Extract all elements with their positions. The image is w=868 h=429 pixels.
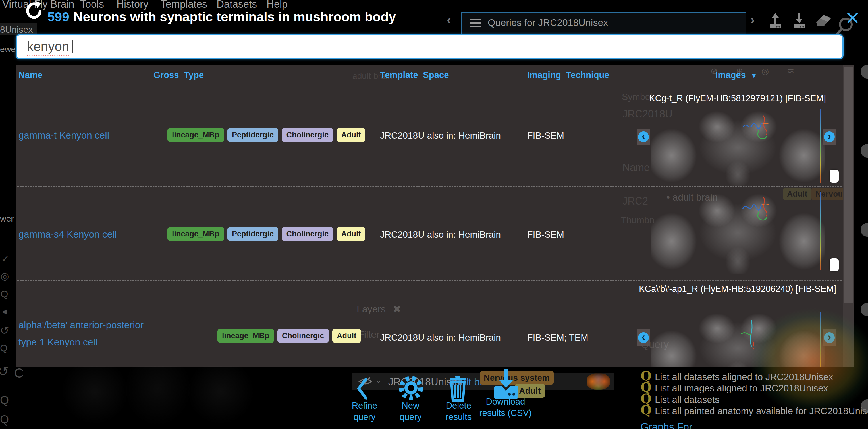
ghost-layers-panel: Layers ✖ — [357, 303, 401, 315]
query-list-item[interactable]: List all datasets aligned to JRC2018Unis… — [655, 372, 833, 382]
menu-help[interactable]: Help — [267, 0, 288, 10]
search-value: kenyon — [27, 39, 69, 56]
edge-panel-button[interactable] — [861, 65, 868, 79]
query-list-item[interactable]: List all datasets — [655, 394, 719, 405]
carousel-next-button[interactable]: › — [823, 128, 836, 145]
tag-lineage: lineage_MBp — [217, 329, 274, 343]
query-icon: Q — [0, 343, 7, 353]
ghost-template-fragment: JRC2 — [622, 195, 648, 207]
tag-peptidergic: Peptidergic — [227, 128, 278, 142]
download-icon[interactable] — [791, 12, 807, 31]
query-selector[interactable]: Queries for JRC2018Unisex — [461, 12, 746, 34]
next-query-icon[interactable]: › — [750, 12, 754, 27]
ghost-name-label: Name — [622, 162, 650, 174]
brain-thumbnail[interactable] — [651, 188, 825, 274]
carousel-prev-button[interactable]: ‹ — [637, 330, 650, 346]
image-caption: KCg-t_R (FlyEM-HB:5812979121) [FIB-SEM] — [638, 91, 837, 106]
tag-group: lineage_MBp Peptidergic Cholinergic Adul… — [167, 227, 368, 241]
background-tab-label: 8Unisex — [0, 25, 33, 35]
template-space-cell: JRC2018U also in: HemiBrain — [380, 130, 501, 141]
query-icon: Q — [1, 288, 8, 299]
delete-results-button[interactable]: Delete results — [437, 400, 480, 423]
result-link[interactable]: gamma-t Kenyon cell — [19, 130, 109, 141]
carousel-next-button[interactable]: › — [823, 330, 836, 346]
result-count: 599 — [48, 9, 69, 24]
tag-cholinergic: Cholinergic — [282, 128, 333, 142]
query-list-item[interactable]: List all painted anatomy available for J… — [655, 406, 868, 417]
upload-icon[interactable] — [767, 12, 783, 31]
close-icon[interactable]: ✕ — [845, 7, 860, 29]
brain-thumbnail[interactable] — [651, 308, 825, 367]
ghost-layers-label: Layers — [357, 304, 386, 314]
download-results-button[interactable]: Download results (CSV) — [479, 396, 532, 419]
tag-adult: Adult — [337, 227, 365, 241]
query-icon: Q — [0, 394, 9, 406]
carousel-prev-icon: ‹ — [638, 332, 649, 343]
tag-lineage: lineage_MBp — [167, 128, 224, 142]
search-input[interactable]: kenyon — [16, 34, 843, 59]
menu-templates[interactable]: Templates — [161, 0, 207, 10]
color-scale — [820, 192, 820, 270]
vfb-logo-icon[interactable] — [25, 1, 41, 22]
chevron-down-icon: ⌄ — [375, 374, 382, 385]
tag-adult: Adult — [332, 329, 361, 343]
query-icon: Q — [641, 403, 651, 417]
tag-adult: Adult — [337, 128, 365, 142]
row-separator — [17, 186, 842, 187]
menu-tools[interactable]: Tools — [80, 0, 104, 10]
prev-query-icon[interactable]: ‹ — [447, 12, 451, 27]
background-tag-adult: Adult — [515, 384, 545, 398]
column-header-gross-type[interactable]: Gross_Type — [153, 70, 204, 80]
edge-panel-button[interactable] — [861, 223, 868, 237]
neuron-trace — [735, 319, 771, 362]
new-query-button[interactable]: New query — [390, 400, 431, 423]
background-brain-image — [45, 366, 270, 429]
brain-thumbnail[interactable] — [651, 106, 825, 186]
ghost-thumbnail-label: Thumbn — [621, 215, 654, 226]
tag-cholinergic: Cholinergic — [282, 227, 333, 241]
background-mini-brain — [587, 373, 610, 390]
hamburger-icon[interactable] — [470, 19, 482, 27]
result-link[interactable]: gamma-s4 Kenyon cell — [19, 229, 117, 240]
query-icon: Q — [0, 413, 9, 426]
refine-query-button[interactable]: Refine query — [344, 400, 385, 423]
image-checkbox[interactable] — [830, 258, 839, 271]
refine-query-icon[interactable] — [356, 377, 370, 401]
carousel-next-icon: › — [824, 332, 835, 343]
imaging-technique-cell: FIB-SEM; TEM — [527, 332, 588, 343]
tag-group: lineage_MBp Cholinergic Adult — [217, 329, 363, 343]
menu-datasets[interactable]: Datasets — [217, 0, 257, 10]
close-icon: ✖ — [393, 304, 401, 314]
carousel-prev-icon: ‹ — [638, 132, 649, 142]
menu-history[interactable]: History — [117, 0, 148, 10]
back-icon: ◄ — [0, 307, 8, 316]
tag-cholinergic: Cholinergic — [277, 329, 329, 343]
edge-panel-button[interactable] — [861, 303, 868, 316]
column-header-name[interactable]: Name — [19, 70, 42, 80]
row-separator — [17, 280, 842, 281]
color-scale — [820, 312, 820, 367]
carousel-prev-button[interactable]: ‹ — [637, 128, 650, 145]
background-viewer-label-2: wer — [0, 214, 13, 224]
eraser-icon[interactable] — [816, 13, 832, 28]
text-caret — [72, 40, 73, 54]
results-scrollbar-thumb[interactable] — [844, 67, 852, 303]
column-header-template-space[interactable]: Template_Space — [380, 70, 449, 80]
imaging-technique-cell: FIB-SEM — [527, 229, 564, 240]
sort-desc-icon[interactable]: ▼ — [750, 72, 757, 79]
trash-icon[interactable] — [448, 375, 467, 403]
template-space-cell: JRC2018U also in: HemiBrain — [380, 229, 501, 240]
template-space-cell: JRC2018U also in: HemiBrain — [380, 332, 501, 343]
query-list-item[interactable]: List all images aligned to JRC2018Unisex — [655, 383, 828, 394]
result-link[interactable]: alpha'/beta' anterior-posterior type 1 K… — [19, 316, 152, 350]
image-caption: KCa\'b\'-ap1_R (FlyEM-HB:519206240) [FIB… — [638, 282, 837, 296]
results-table: adult brain ⊘ ⊕ ◎ ≋ Name Gross_Type Temp… — [16, 65, 854, 367]
image-checkbox[interactable] — [830, 170, 839, 183]
column-header-images[interactable]: Images ▼ — [715, 70, 757, 80]
column-header-imaging-technique[interactable]: Imaging_Technique — [527, 70, 609, 80]
imaging-technique-cell: FIB-SEM — [527, 130, 564, 141]
gear-icon[interactable] — [397, 374, 425, 403]
edge-panel-button[interactable] — [861, 144, 868, 158]
refresh-icon: ↺ — [0, 324, 9, 337]
tag-group: lineage_MBp Peptidergic Cholinergic Adul… — [167, 128, 368, 142]
